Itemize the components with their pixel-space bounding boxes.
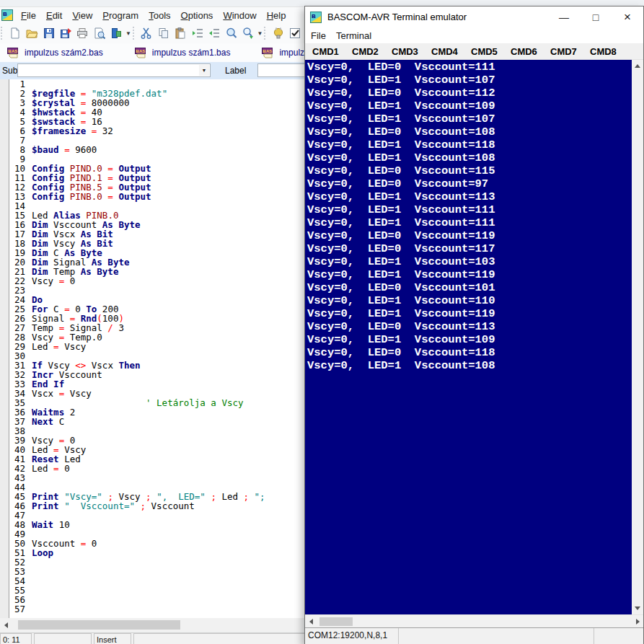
save-all-icon[interactable] <box>57 25 74 42</box>
insert-mode-indicator: Insert <box>94 633 131 644</box>
menu-view[interactable]: View <box>67 9 97 22</box>
cmd1-button[interactable]: CMD1 <box>312 46 345 57</box>
menu-program[interactable]: Program <box>97 9 144 22</box>
terminal-output-line: Vscy=0, LED=0 Vsccount=117 <box>307 242 632 255</box>
chip-config-icon[interactable] <box>270 25 286 42</box>
unindent-icon[interactable] <box>206 25 222 42</box>
terminal-output-line: Vscy=0, LED=0 Vsccount=112 <box>307 87 632 100</box>
ide-toolbar: ▼▼ <box>0 23 304 43</box>
tab-label: impulzus szám2.bas <box>25 48 103 58</box>
svg-text:BAS: BAS <box>136 49 145 53</box>
terminal-output-line: Vscy=0, LED=1 Vsccount=108 <box>307 359 632 372</box>
toolbar-separator <box>1 27 4 40</box>
cursor-position: 0: 11 <box>0 633 32 644</box>
terminal-titlebar[interactable]: B BASCOM-AVR Terminal emulator — □ × <box>305 6 643 27</box>
cmd4-button[interactable]: CMD4 <box>431 46 464 57</box>
terminal-menu-terminal[interactable]: Terminal <box>336 30 371 41</box>
terminal-vertical-scrollbar[interactable] <box>632 60 643 614</box>
code-text: Wait 10 <box>32 520 70 529</box>
paste-icon[interactable] <box>172 25 188 42</box>
svg-text:B: B <box>3 11 7 17</box>
editor-horizontal-scrollbar[interactable] <box>0 618 304 632</box>
ide-menubar: B FileEditViewProgramToolsOptionsWindowH… <box>0 7 304 23</box>
new-file-icon[interactable] <box>6 25 23 42</box>
dropdown-caret-icon[interactable]: ▼ <box>257 25 263 42</box>
code-text: $baud = 9600 <box>32 145 97 154</box>
cmd3-button[interactable]: CMD3 <box>392 46 424 57</box>
scroll-left-icon[interactable] <box>0 618 12 632</box>
open-file-icon[interactable] <box>23 25 40 42</box>
cmd5-button[interactable]: CMD5 <box>471 46 503 57</box>
scroll-left-icon[interactable] <box>305 615 317 627</box>
tab-label: impulzus szám1.bas <box>152 48 231 58</box>
menu-edit[interactable]: Edit <box>41 9 67 22</box>
terminal-output-line: Vscy=0, LED=1 Vsccount=118 <box>307 138 632 151</box>
cmd7-button[interactable]: CMD7 <box>550 46 583 57</box>
terminal-output-line: Vscy=0, LED=1 Vsccount=103 <box>307 255 632 268</box>
toolbar-separator <box>133 27 136 40</box>
scroll-down-icon[interactable] <box>632 602 643 614</box>
program-view-icon[interactable] <box>108 25 125 42</box>
tab-file-1[interactable]: BASimpulzus szám2.bas <box>7 48 103 58</box>
copy-icon[interactable] <box>155 25 172 42</box>
code-text: Config PINB.0 = Output <box>32 192 151 201</box>
menu-tools[interactable]: Tools <box>144 9 175 22</box>
svg-text:BAS: BAS <box>9 49 18 53</box>
terminal-menubar: FileTerminal <box>305 27 643 43</box>
code-text: $framesize = 32 <box>32 126 113 136</box>
syntax-check-icon[interactable] <box>286 25 303 42</box>
label-label: Label <box>225 66 246 76</box>
scroll-up-icon[interactable] <box>632 60 643 72</box>
bas-file-icon: BAS <box>7 48 22 58</box>
maximize-button[interactable]: □ <box>580 6 612 27</box>
terminal-output-line: Vscy=0, LED=1 Vsccount=119 <box>307 307 632 320</box>
menu-help[interactable]: Help <box>262 9 291 22</box>
menu-file[interactable]: File <box>16 9 41 22</box>
terminal-hscroll-thumb[interactable] <box>319 617 353 626</box>
save-icon[interactable] <box>40 25 57 42</box>
code-text: Print " Vsccount=" ; Vsccount <box>32 501 195 511</box>
status-cell-empty-1 <box>34 633 92 644</box>
terminal-menu-file[interactable]: File <box>311 30 326 41</box>
terminal-output-line: Vscy=0, LED=0 Vsccount=119 <box>307 229 632 242</box>
dropdown-caret-icon[interactable]: ▼ <box>125 25 131 42</box>
terminal-horizontal-scrollbar[interactable] <box>305 614 643 627</box>
scroll-right-icon[interactable] <box>632 615 643 627</box>
terminal-output-line: Vscy=0, LED=1 Vsccount=109 <box>307 333 632 346</box>
svg-text:BAS: BAS <box>263 49 273 53</box>
sub-label: Sub <box>2 66 17 76</box>
cmd2-button[interactable]: CMD2 <box>352 46 384 57</box>
print-icon[interactable] <box>74 25 91 42</box>
terminal-statusbar: COM12:19200,N,8,1 <box>305 627 643 644</box>
close-button[interactable]: × <box>612 6 643 27</box>
chevron-down-icon[interactable]: ▼ <box>199 65 209 76</box>
find-icon[interactable] <box>223 25 239 42</box>
terminal-status-cell-empty-1 <box>399 628 594 644</box>
tab-file-2[interactable]: BASimpulzus szám1.bas <box>135 48 231 58</box>
cmd8-button[interactable]: CMD8 <box>590 46 622 57</box>
minimize-button[interactable]: — <box>548 6 580 27</box>
bas-file-icon: BAS <box>135 48 149 58</box>
terminal-output-line: Vscy=0, LED=1 Vsccount=107 <box>307 113 632 125</box>
terminal-output-line: Vscy=0, LED=1 Vsccount=108 <box>307 151 632 164</box>
terminal-output-line: Vscy=0, LED=0 Vsccount=113 <box>307 320 632 333</box>
bascom-app-icon: B <box>310 12 322 23</box>
cmd6-button[interactable]: CMD6 <box>511 46 543 57</box>
menu-options[interactable]: Options <box>176 9 219 22</box>
print-preview-icon[interactable] <box>91 25 107 42</box>
sub-combobox[interactable]: ▼ <box>17 63 211 77</box>
com-port-settings: COM12:19200,N,8,1 <box>305 628 399 644</box>
terminal-screen[interactable]: Vscy=0, LED=0 Vsccount=111Vscy=0, LED=1 … <box>305 60 632 614</box>
terminal-output-line: Vscy=0, LED=0 Vsccount=97 <box>307 177 632 190</box>
terminal-window: B BASCOM-AVR Terminal emulator — □ × Fil… <box>304 6 644 644</box>
indent-icon[interactable] <box>189 25 206 42</box>
editor-hscroll-thumb[interactable] <box>18 620 180 630</box>
terminal-window-title: BASCOM-AVR Terminal emulator <box>327 12 548 22</box>
find-next-icon[interactable] <box>239 25 256 42</box>
terminal-output-line: Vscy=0, LED=1 Vsccount=110 <box>307 294 632 307</box>
editor-gutter <box>0 79 9 618</box>
menu-window[interactable]: Window <box>218 9 261 22</box>
toolbar-separator <box>264 27 268 40</box>
cut-icon[interactable] <box>138 25 154 42</box>
code-text: Next C <box>32 417 64 426</box>
